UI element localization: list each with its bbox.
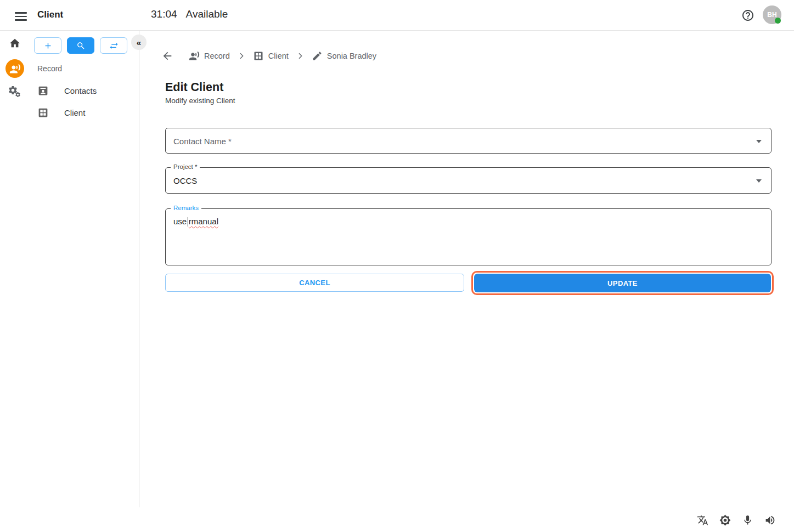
record-section-icon[interactable] <box>5 59 24 78</box>
app-title: Client <box>37 9 63 20</box>
settings-gears-icon[interactable] <box>8 85 23 100</box>
search-button[interactable] <box>67 37 94 54</box>
remarks-value: usermanual <box>173 217 218 228</box>
brightness-icon[interactable] <box>719 514 731 526</box>
grid-icon <box>253 50 264 61</box>
contact-name-select[interactable]: Contact Name * <box>165 128 772 154</box>
availability-status: Available <box>186 8 228 20</box>
edit-pencil-icon <box>312 50 323 61</box>
breadcrumb-label: Record <box>204 52 230 60</box>
grid-icon <box>37 107 49 118</box>
microphone-icon[interactable] <box>742 514 753 526</box>
chevron-right-icon <box>296 52 305 60</box>
sidebar-section-label: Record <box>37 64 62 73</box>
project-select[interactable]: Project * OCCS <box>165 167 772 194</box>
chevron-double-left-icon: « <box>137 38 141 47</box>
add-button[interactable] <box>34 37 61 54</box>
page-subtitle: Modify existing Client <box>165 97 235 105</box>
footer-toolbar <box>697 514 776 526</box>
sidebar-item-label: Client <box>64 108 85 117</box>
project-value: OCCS <box>173 176 197 185</box>
chevron-right-icon <box>237 52 246 60</box>
menu-icon[interactable] <box>15 10 27 21</box>
chevron-down-icon <box>756 179 762 183</box>
breadcrumb-label: Sonia Bradley <box>327 52 376 60</box>
translate-icon[interactable] <box>697 514 708 526</box>
project-label: Project * <box>171 163 200 170</box>
session-info: 31:04Available <box>151 8 228 20</box>
home-icon[interactable] <box>9 37 21 49</box>
breadcrumb-item-record[interactable]: Record <box>189 50 230 61</box>
swap-button[interactable] <box>100 37 127 54</box>
record-voice-icon <box>189 50 200 61</box>
sidebar-collapse-button[interactable]: « <box>131 35 147 50</box>
remarks-label: Remarks <box>171 205 201 211</box>
top-bar: Client 31:04Available BH <box>0 0 794 31</box>
contacts-card-icon <box>37 85 49 97</box>
plus-icon <box>43 41 53 50</box>
action-highlight-ring: UPDATE <box>471 271 774 295</box>
help-icon[interactable] <box>741 9 754 22</box>
chevron-down-icon <box>756 140 762 143</box>
cancel-button[interactable]: CANCEL <box>165 274 464 292</box>
breadcrumb: Record Client Sonia Bradley <box>161 48 376 64</box>
page-title: Edit Client <box>165 81 223 94</box>
avatar-initials: BH <box>767 11 776 19</box>
back-arrow-icon[interactable] <box>161 50 173 62</box>
swap-arrows-icon <box>109 41 119 50</box>
volume-icon[interactable] <box>764 514 776 526</box>
session-timer: 31:04 <box>151 8 177 20</box>
breadcrumb-item-client[interactable]: Client <box>253 50 289 61</box>
contact-name-placeholder: Contact Name * <box>173 136 232 145</box>
sidebar-divider <box>139 31 139 507</box>
sidebar-item-contacts[interactable]: Contacts <box>33 81 134 100</box>
breadcrumb-item-sonia-bradley[interactable]: Sonia Bradley <box>312 50 376 61</box>
remarks-textarea[interactable]: Remarks usermanual <box>165 208 772 265</box>
online-status-dot <box>775 18 781 24</box>
breadcrumb-label: Client <box>268 52 289 60</box>
search-icon <box>76 41 86 50</box>
sidebar-item-label: Contacts <box>64 86 97 95</box>
sidebar-item-client[interactable]: Client <box>33 103 134 122</box>
update-button[interactable]: UPDATE <box>474 274 771 292</box>
